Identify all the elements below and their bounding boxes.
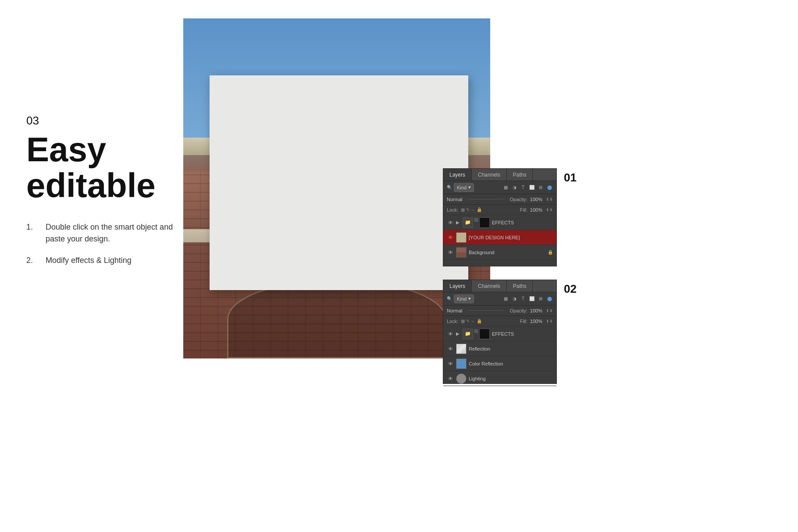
panel-number-1: 01 [564,171,577,184]
design-thumb [456,232,467,243]
fill-arrows-2[interactable]: ⬆⬇ [546,319,553,323]
effects-folder-icon: 📁 [463,217,473,228]
background-thumb [456,247,467,258]
fill-value-2: 100% [530,319,542,324]
shape-icon: ⬜ [528,184,535,191]
layer-effects-1[interactable]: 👁 ▶ 📁 ⛓ EFFECTS [443,215,556,230]
expand-icon-effects2[interactable]: ▶ [456,331,460,336]
eye-icon-effects1[interactable]: 👁 [447,219,454,226]
kind-dropdown-2[interactable]: Kind ▾ [454,294,474,303]
chevron-down-icon: ▾ [468,184,471,190]
pixel-icon-2: ▦ [502,295,509,302]
pixel-icon: ▦ [502,184,509,191]
tab-channels-1[interactable]: Channels [472,169,507,181]
eye-icon-lighting[interactable]: 👁 [447,375,454,382]
fill-label-2: Fill: [520,319,527,324]
tab-channels-2[interactable]: Channels [472,280,507,292]
fill-arrows[interactable]: ⬆⬇ [546,208,553,212]
instruction-1: 1. Double click on the smart object and … [26,221,175,245]
step-number: 03 [26,114,175,128]
panel2-lock-row: Lock: ▦ ✎ ↔ 🔒 Fill: 100% ⬆⬇ [443,316,556,326]
effects-thumb-group: 📁 ⛓ [463,217,490,228]
layer-design[interactable]: 👁 [YOUR DESIGN HERE] [443,230,556,245]
opacity-label-2: Opacity: [510,308,527,313]
dot-icon-2: ⬤ [546,295,553,302]
effects-folder-icon-2: 📁 [463,329,473,339]
lighting-thumb [456,373,467,384]
ps-panel-1: Layers Channels Paths 🔍 Kind ▾ ▦ ◑ T ⬜ ⊞… [443,168,557,266]
search-icon-2: 🔍 [447,296,452,301]
chain-icon-1: ⛓ [474,217,478,228]
lock-label-2: Lock: [447,319,458,324]
layer-name-effects1: EFFECTS [492,220,553,225]
lock-label-1: Lock: [447,207,458,213]
layer-name-color-reflection: Color Reflection [469,361,553,366]
tab-paths-1[interactable]: Paths [507,169,533,181]
kind-dropdown-1[interactable]: Kind ▾ [454,183,474,192]
layer-name-design: [YOUR DESIGN HERE] [469,235,553,240]
smart-icon-2: ⊞ [537,295,544,302]
effects-thumb-group-2: 📁 ⛓ [463,329,490,339]
fill-label-1: Fill: [520,207,527,213]
eye-icon-effects2[interactable]: 👁 [447,330,454,337]
eye-icon-reflection[interactable]: 👁 [447,345,454,352]
panel2-toolbar: 🔍 Kind ▾ ▦ ◑ T ⬜ ⊞ ⬤ [443,292,556,305]
ps-panel-2: Layers Channels Paths 🔍 Kind ▾ ▦ ◑ T ⬜ ⊞… [443,280,557,384]
opacity-value-2: 100% [530,308,542,313]
panel-number-2: 02 [564,282,577,296]
fill-value-1: 100% [530,207,542,213]
panel1-mode-row: Normal Opacity: 100% ⬆⬇ [443,194,556,205]
eye-icon-color-reflection[interactable]: 👁 [447,360,454,367]
layer-color-reflection[interactable]: 👁 Color Reflection [443,356,556,371]
panel1-lock-row: Lock: ▦ ✎ ↔ 🔒 Fill: 100% ⬆⬇ [443,205,556,215]
text-icon-2: T [520,295,527,302]
shape-icon-2: ⬜ [528,295,535,302]
lock-badge-bg: 🔒 [548,250,553,255]
layer-name-reflection: Reflection [469,346,553,351]
adjust-icon-2: ◑ [511,295,518,302]
billboard-surface [210,75,468,290]
layer-name-bg: Background [469,250,545,255]
left-content: 03 Easy editable 1. Double click on the … [26,114,175,276]
panel1-toolbar: 🔍 Kind ▾ ▦ ◑ T ⬜ ⊞ ⬤ [443,181,556,194]
smart-icon: ⊞ [537,184,544,191]
layer-name-effects2: EFFECTS [492,331,553,337]
dot-icon: ⬤ [546,184,553,191]
search-icon: 🔍 [447,185,452,190]
lock-icon-1: ▦ ✎ ↔ 🔒 [461,207,481,212]
layer-lighting[interactable]: 👁 Lighting [443,371,556,386]
arch [227,280,446,358]
mode-label-2: Normal [447,308,462,313]
layer-reflection[interactable]: 👁 Reflection [443,341,556,356]
eye-icon-bg[interactable]: 👁 [447,249,454,256]
panel2-mode-row: Normal Opacity: 100% ⬆⬇ [443,305,556,316]
eye-icon-design[interactable]: 👁 [447,234,454,241]
toolbar-icons-2: ▦ ◑ T ⬜ ⊞ ⬤ [502,295,553,302]
reflection-thumb [456,344,467,354]
opacity-arrows-2[interactable]: ⬆⬇ [546,309,553,313]
instruction-2: 2. Modify effects & Lighting [26,255,175,266]
mode-label-1: Normal [447,197,462,202]
chevron-down-icon-2: ▾ [468,296,471,301]
panel2-tabs: Layers Channels Paths [443,280,556,292]
tab-layers-1[interactable]: Layers [443,169,472,181]
layer-name-lighting: Lighting [469,376,553,381]
opacity-arrows[interactable]: ⬆⬇ [546,197,553,202]
adjust-icon: ◑ [511,184,518,191]
text-icon: T [520,184,527,191]
layer-effects-2[interactable]: 👁 ▶ 📁 ⛓ EFFECTS [443,326,556,341]
effects-mask-thumb [479,217,490,228]
lock-icon-2: ▦ ✎ ↔ 🔒 [461,319,481,323]
chain-icon-2: ⛓ [474,329,478,339]
effects-mask-thumb-2 [479,329,490,339]
panel1-tabs: Layers Channels Paths [443,169,556,181]
toolbar-icons-1: ▦ ◑ T ⬜ ⊞ ⬤ [502,184,553,191]
color-reflection-thumb [456,358,467,369]
opacity-value-1: 100% [530,197,542,202]
tab-paths-2[interactable]: Paths [507,280,533,292]
main-title: Easy editable [26,132,175,204]
layer-background[interactable]: 👁 Background 🔒 [443,245,556,260]
instructions-list: 1. Double click on the smart object and … [26,221,175,266]
tab-layers-2[interactable]: Layers [443,280,472,292]
expand-icon-effects1[interactable]: ▶ [456,220,460,225]
